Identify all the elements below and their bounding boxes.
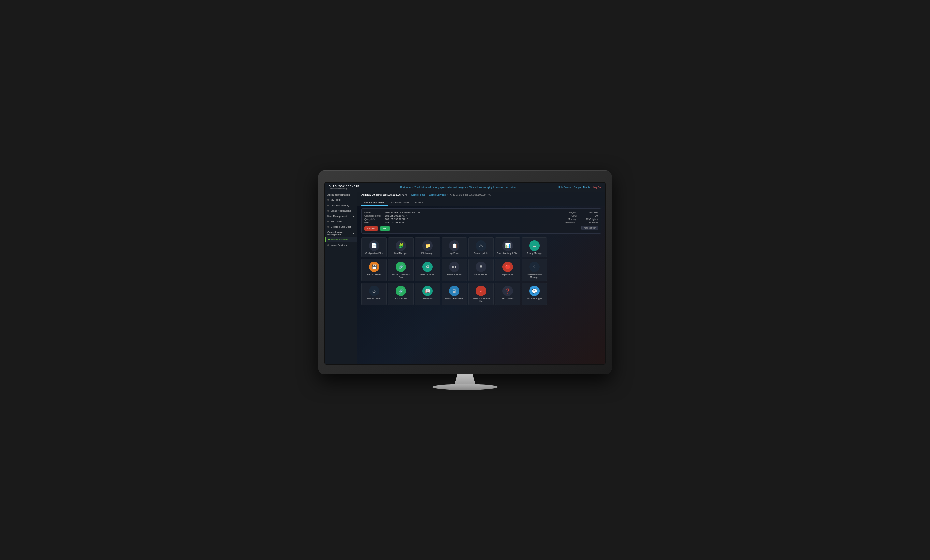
configuration-files-icon: 📄 xyxy=(369,240,379,251)
bandwidth-stat: Bandwidth: 0 bytes/sec xyxy=(565,221,598,223)
icon-item-steam-connect[interactable]: ♨Steam Connect xyxy=(361,283,387,306)
game-services-crumb[interactable]: Game Services xyxy=(429,194,446,197)
tab-service-info[interactable]: Service Information xyxy=(361,200,388,206)
file-manager-label: File Manager xyxy=(421,252,434,255)
icon-item-server-details[interactable]: 🖥Server Details xyxy=(468,258,494,282)
current-crumb: ARKiG2 30 slots 188.165.193.30:7777 xyxy=(450,194,491,197)
stopped-button[interactable]: Stopped xyxy=(364,226,378,231)
notice-text: Review us on Trustpilot we will be very … xyxy=(400,186,517,188)
log-out-link[interactable]: Log Out xyxy=(593,186,601,188)
memory-label: Memory: xyxy=(568,218,577,220)
icon-item-workshop-mod-manager[interactable]: ♨Workshop Mod Manager xyxy=(522,258,547,282)
icon-item-fix-260-chars[interactable]: 🔗Fix 260 Characters Error xyxy=(388,258,414,282)
sidebar-item-my-profile[interactable]: My Profile xyxy=(325,197,357,203)
sidebar-item-voice-services[interactable]: Voice Services xyxy=(325,242,357,248)
steam-update-icon: ♨ xyxy=(476,240,486,251)
monitor-stand-neck xyxy=(452,374,478,384)
configuration-files-label: Configuration Files xyxy=(365,252,383,255)
support-tickets-link[interactable]: Support Tickets xyxy=(574,186,590,188)
stats-panel: Players: 0% (0/0) CPU: 0% xyxy=(482,211,598,230)
icon-row-2: 💾Backup Server🔗Fix 260 Characters Error♻… xyxy=(361,258,601,282)
email-notifications-label: Email Notifications xyxy=(331,209,351,212)
info-left: Name: 30 slots ARK: Survival Evolved G2 … xyxy=(364,211,480,231)
camera-dot xyxy=(464,178,466,180)
my-profile-label: My Profile xyxy=(331,198,342,202)
official-wiki-label: Official Wiki xyxy=(422,297,433,300)
steam-connect-label: Steam Connect xyxy=(367,297,382,300)
icon-item-rollback-server[interactable]: ⏮RollBack Server xyxy=(442,258,467,282)
sidebar-item-game-services[interactable]: Game Services xyxy=(325,237,357,242)
app: BLACKBOX SERVERS Professional Hosting Re… xyxy=(325,183,605,364)
current-activity-stats-icon: 📊 xyxy=(502,240,513,251)
info-grid: Name: 30 slots ARK: Survival Evolved G2 … xyxy=(364,211,598,231)
icon-item-steam-update[interactable]: ♨Steam Update xyxy=(468,237,494,258)
icon-item-customer-support[interactable]: 💬Customer Support xyxy=(522,283,547,306)
ftp-val: 188.165.193.30:21 xyxy=(385,221,404,223)
ftp-row: FTP: 188.165.193.30:21 xyxy=(364,221,480,223)
conn-val: 188.165.193.30:7777 xyxy=(385,215,406,217)
notice-bar: Review us on Trustpilot we will be very … xyxy=(359,186,559,188)
cpu-val: 0% xyxy=(579,215,598,217)
icon-item-official-wiki[interactable]: 📖Official Wiki xyxy=(415,283,440,306)
sep3: › xyxy=(447,194,448,197)
memory-stat: Memory: 0% (0 bytes) xyxy=(565,218,598,220)
icon-item-log-viewer[interactable]: 📋Log Viewer xyxy=(442,237,467,258)
add-to-hlsw-label: Add to HLSW xyxy=(394,297,407,300)
sidebar-item-email-notifications[interactable]: Email Notifications xyxy=(325,208,357,214)
dot-icon xyxy=(328,205,329,206)
restore-server-icon: ♻ xyxy=(422,262,433,272)
icon-item-help-guides[interactable]: ❓Help Guides xyxy=(495,283,520,306)
action-buttons: Stopped Start xyxy=(364,226,480,231)
sep2: › xyxy=(427,194,428,197)
game-voice-section[interactable]: Game & Voice Management ▲ xyxy=(325,230,357,237)
wipe-server-label: Wipe Server xyxy=(502,273,514,276)
dot-icon xyxy=(328,220,329,222)
content-area: ARKiG2 30 slots 188.165.193.30:7777 › De… xyxy=(357,192,605,364)
cpu-label: CPU: xyxy=(571,215,577,217)
tab-scheduled-tasks[interactable]: Scheduled Tasks xyxy=(388,200,412,206)
sidebar-item-account-security[interactable]: Account Security xyxy=(325,203,357,208)
help-guides-link[interactable]: Help Guides xyxy=(558,186,571,188)
name-label: Name: xyxy=(364,211,384,214)
sidebar-item-create-sub-user[interactable]: Create a Sub User xyxy=(325,224,357,230)
server-details-icon: 🖥 xyxy=(476,262,486,272)
backup-manager-icon: ☁ xyxy=(529,240,540,251)
demo-home-link[interactable]: Demo Home xyxy=(411,194,425,197)
account-security-label: Account Security xyxy=(331,204,349,207)
start-button[interactable]: Start xyxy=(380,226,390,231)
icon-item-mod-manager[interactable]: 🧩Mod Manager xyxy=(388,237,414,258)
service-tabs: Service Information Scheduled Tasks Acti… xyxy=(357,198,605,206)
rollback-server-label: RollBack Server xyxy=(447,273,462,276)
icon-item-restore-server[interactable]: ♻Restore Server xyxy=(415,258,440,282)
server-details-label: Server Details xyxy=(474,273,488,276)
icon-item-add-to-arkservers[interactable]: 🖥Add to ARKServers xyxy=(442,283,467,306)
sidebar-item-sub-users[interactable]: Sub Users xyxy=(325,218,357,224)
top-links: Help Guides Support Tickets Log Out xyxy=(558,186,601,188)
icon-item-official-community-hub[interactable]: 🔺Official Community Hub xyxy=(468,283,494,306)
user-management-section[interactable]: User Management ▲ xyxy=(325,214,357,218)
icon-item-wipe-server[interactable]: 🔴Wipe Server xyxy=(495,258,520,282)
restore-server-label: Restore Server xyxy=(420,273,435,276)
steam-connect-icon: ♨ xyxy=(369,286,379,296)
official-community-hub-icon: 🔺 xyxy=(476,286,486,296)
icon-item-current-activity-stats[interactable]: 📊Current Activity & Stats xyxy=(495,237,520,258)
tab-actions[interactable]: Actions xyxy=(413,200,426,206)
help-guides-label: Help Guides xyxy=(502,297,514,300)
auto-refresh-button[interactable]: Auto Refresh xyxy=(581,226,598,230)
icon-item-backup-server[interactable]: 💾Backup Server xyxy=(361,258,387,282)
dot-icon xyxy=(328,244,329,246)
icon-item-add-to-hlsw[interactable]: 🔗Add to HLSW xyxy=(388,283,414,306)
icon-item-file-manager[interactable]: 📁File Manager xyxy=(415,237,440,258)
add-to-arkservers-icon: 🖥 xyxy=(449,286,459,296)
content-inner: ARKiG2 30 slots 188.165.193.30:7777 › De… xyxy=(357,192,605,364)
current-activity-stats-label: Current Activity & Stats xyxy=(497,252,519,255)
players-label: Players: xyxy=(569,211,577,214)
game-services-label: Game Services xyxy=(331,238,348,241)
ftp-label: FTP: xyxy=(364,221,384,223)
dot-icon xyxy=(328,199,329,201)
icon-item-configuration-files[interactable]: 📄Configuration Files xyxy=(361,237,387,258)
icon-item-backup-manager[interactable]: ☁Backup Manager xyxy=(522,237,547,258)
monitor-stand-base xyxy=(433,384,497,390)
query-row: Query Info: 188.165.193.30:27015 xyxy=(364,218,480,220)
server-title: ARKiG2 30 slots 188.165.193.30:7777 xyxy=(361,194,407,197)
